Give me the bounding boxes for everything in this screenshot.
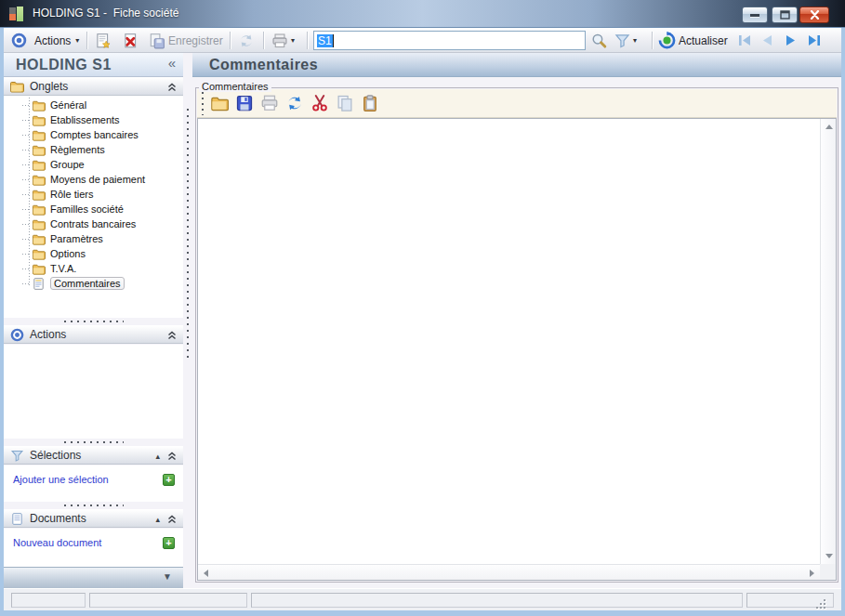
sidebar-bottom-bar: ▼	[4, 567, 183, 588]
toolbar-separator	[86, 32, 87, 49]
section-header-documents[interactable]: Documents ▴	[4, 509, 183, 528]
tree-item-comptes-bancaires[interactable]: Comptes bancaires	[4, 127, 183, 142]
tree-item-commentaires[interactable]: Commentaires	[4, 276, 183, 291]
sidebar-collapse-icon[interactable]: «	[168, 55, 176, 71]
save-button[interactable]: Enregistrer	[147, 31, 227, 50]
sidebar-splitter[interactable]	[4, 439, 183, 446]
search-input[interactable]: S1	[313, 31, 586, 50]
new-document-plus-icon[interactable]: +	[163, 537, 175, 549]
sidebar-splitter[interactable]	[4, 318, 183, 325]
print-icon	[260, 94, 279, 112]
toolbar-separator	[652, 32, 653, 49]
actions-menu-button[interactable]: Actions ▾	[31, 31, 80, 50]
add-selection-plus-icon[interactable]: +	[163, 474, 175, 486]
sidebar-title-bar: HOLDING S1 «	[4, 53, 183, 77]
search-icon	[590, 33, 608, 49]
minimize-button[interactable]	[742, 7, 768, 23]
status-panel	[89, 593, 247, 608]
maximize-button[interactable]	[772, 7, 798, 23]
folder-icon	[32, 158, 46, 172]
target-icon	[10, 328, 24, 342]
refresh-button[interactable]	[236, 31, 257, 50]
tree-item-tva[interactable]: T.V.A.	[4, 261, 183, 276]
collapse-section-icon[interactable]	[166, 330, 178, 341]
nav-next-icon	[784, 33, 799, 47]
close-button[interactable]	[799, 7, 829, 23]
nav-next-button[interactable]	[783, 31, 799, 50]
nav-previous-button[interactable]	[759, 31, 775, 50]
vertical-scrollbar[interactable]	[820, 119, 836, 564]
tree-item-etablissements[interactable]: Etablissements	[4, 112, 183, 127]
resize-grip-icon[interactable]	[816, 599, 827, 610]
scroll-up-icon[interactable]: ▴	[155, 452, 160, 461]
main-toolbar: Actions ▾	[4, 28, 841, 53]
toolbar-separator	[307, 32, 308, 49]
nav-last-button[interactable]	[805, 31, 824, 50]
collapse-section-icon[interactable]	[166, 451, 178, 462]
groupbox-label: Commentaires	[199, 81, 271, 92]
tree-item-groupe[interactable]: Groupe	[4, 157, 183, 172]
new-document-link[interactable]: Nouveau document	[13, 537, 101, 548]
sidebar-splitter[interactable]	[4, 502, 183, 509]
scroll-up-icon[interactable]: ▴	[155, 516, 160, 524]
print-comment-button[interactable]	[258, 92, 281, 114]
tree-item-moyens-de-paiement[interactable]: Moyens de paiement	[4, 172, 183, 187]
cut-scissors-icon	[310, 94, 329, 112]
cut-button[interactable]	[309, 92, 331, 114]
paste-button[interactable]	[359, 92, 381, 114]
scroll-up-arrow-icon[interactable]	[825, 125, 833, 129]
horizontal-scrollbar[interactable]	[198, 564, 820, 580]
new-record-button[interactable]	[93, 31, 112, 50]
actions-panel	[4, 345, 183, 439]
scroll-down-arrow-icon[interactable]	[825, 554, 833, 558]
new-document-row: Nouveau document +	[4, 534, 183, 551]
tree-item-familles-societe[interactable]: Familles société	[4, 202, 183, 216]
filter-funnel-icon	[614, 33, 631, 49]
delete-record-button[interactable]	[121, 31, 140, 50]
nav-first-button[interactable]	[735, 31, 754, 50]
page-title: Commentaires	[209, 57, 318, 73]
panel-splitter[interactable]	[183, 53, 192, 588]
more-sections-icon[interactable]: ▼	[163, 571, 172, 582]
scroll-right-arrow-icon[interactable]	[810, 570, 814, 577]
tree-item-general[interactable]: Général	[4, 98, 183, 112]
folder-icon	[32, 143, 46, 157]
save-comment-button[interactable]	[233, 92, 256, 114]
print-button[interactable]: ▾	[270, 31, 296, 50]
delete-page-icon	[122, 33, 139, 49]
search-go-button[interactable]	[589, 31, 609, 50]
tree-item-parametres[interactable]: Paramètres	[4, 231, 183, 246]
splitter-dots	[187, 109, 189, 360]
section-label-selections: Sélections	[30, 449, 81, 462]
open-button[interactable]	[208, 92, 231, 114]
actualiser-button[interactable]: Actualiser	[657, 31, 732, 50]
note-icon	[32, 277, 46, 291]
folder-icon	[9, 79, 24, 94]
refresh-comment-button[interactable]	[284, 92, 306, 114]
collapse-section-icon[interactable]	[166, 514, 178, 525]
comment-textarea[interactable]	[197, 118, 837, 581]
tree-item-options[interactable]: Options	[4, 246, 183, 261]
filter-button[interactable]: ▾	[613, 31, 638, 50]
section-header-selections[interactable]: Sélections ▴	[4, 446, 183, 465]
app-surface: Actions ▾	[4, 28, 841, 610]
collapse-section-icon[interactable]	[166, 82, 178, 93]
tree-item-reglements[interactable]: Règlements	[4, 142, 183, 157]
sidebar: HOLDING S1 « Onglets Général Etablisseme…	[4, 53, 183, 588]
nav-previous-icon	[759, 33, 774, 47]
add-selection-link[interactable]: Ajouter une sélection	[13, 474, 109, 485]
titlebar[interactable]: HOLDING S1 - Fiche société	[0, 0, 845, 28]
filter-caret-icon: ▾	[633, 36, 637, 45]
open-folder-icon	[210, 94, 229, 112]
close-icon	[810, 10, 820, 20]
print-icon	[271, 33, 289, 49]
scroll-left-arrow-icon[interactable]	[204, 570, 208, 577]
section-header-actions[interactable]: Actions	[4, 325, 183, 344]
tree-item-role-tiers[interactable]: Rôle tiers	[4, 187, 183, 202]
tree-item-contrats-bancaires[interactable]: Contrats bancaires	[4, 216, 183, 231]
text-caret	[333, 34, 334, 47]
folder-icon	[32, 262, 46, 276]
toolbar-drag-handle[interactable]	[202, 92, 204, 115]
copy-button[interactable]	[334, 92, 356, 114]
section-header-onglets[interactable]: Onglets	[4, 77, 183, 96]
